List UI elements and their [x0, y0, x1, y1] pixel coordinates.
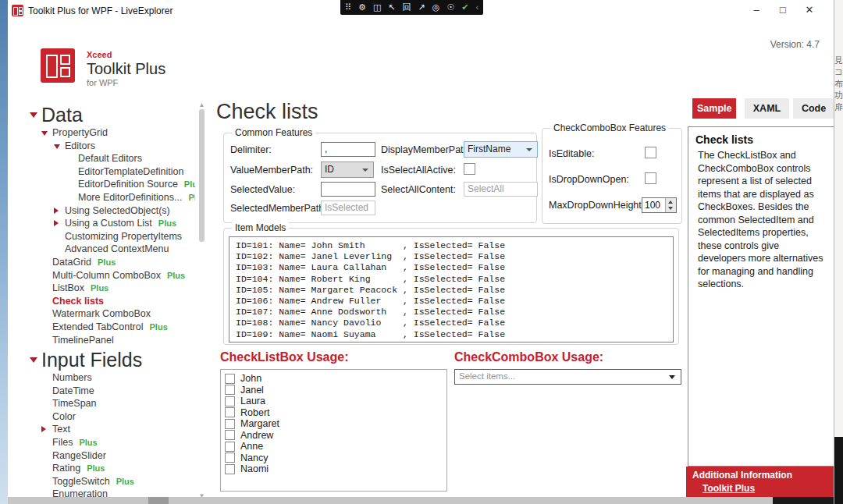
maximize-button[interactable]: □	[770, 0, 796, 20]
tree-item-datetime[interactable]: DateTime	[27, 385, 195, 398]
checklist-item-laura[interactable]: Laura	[225, 396, 446, 407]
region-capture-icon[interactable]: 回	[403, 0, 411, 15]
item-model-row[interactable]: ID=104: Name= Robert King , IsSelected= …	[229, 274, 673, 285]
expander-right-icon[interactable]	[54, 208, 59, 214]
tree-item-editordefinition-source[interactable]: EditorDefinition SourcePlus	[27, 178, 195, 191]
item-checkbox[interactable]	[225, 407, 235, 417]
tree-item-using-selectedobject-s[interactable]: Using SelectedObject(s)	[27, 204, 195, 218]
select-all-content-input[interactable]	[464, 182, 538, 197]
checklist-item-andrew[interactable]: Andrew	[225, 430, 446, 442]
checkcombobox[interactable]: Select items...	[454, 369, 681, 385]
section-expander-icon[interactable]	[30, 357, 37, 363]
film-icon[interactable]: ◎	[432, 0, 440, 15]
item-model-row[interactable]: ID=108: Name= Nancy Davolio , IsSelected…	[229, 318, 673, 328]
sidebar-scrollbar[interactable]: ▲ ▼	[198, 101, 205, 499]
checklist-item-robert[interactable]: Robert	[225, 407, 446, 419]
checklist-item-anne[interactable]: Anne	[225, 441, 446, 453]
is-select-all-active-checkbox[interactable]	[464, 163, 475, 175]
display-member-path-combo[interactable]: FirstName	[464, 141, 538, 158]
item-checkbox[interactable]	[225, 419, 235, 429]
tree-item-using-a-custom-list[interactable]: Using a Custom ListPlus	[27, 217, 195, 230]
max-drop-down-height-stepper[interactable]: 100	[642, 197, 677, 213]
item-model-row[interactable]: ID=105: Name= Margaret Peacock , IsSelec…	[229, 285, 673, 296]
sidebar-section-input-fields[interactable]: Input Fields	[27, 348, 195, 371]
tree-item-datagrid[interactable]: DataGridPlus	[27, 256, 195, 269]
minimize-button[interactable]: –	[743, 0, 770, 20]
item-model-row[interactable]: ID=103: Name= Laura Callahan , IsSelecte…	[229, 262, 673, 273]
value-member-path-combo[interactable]: ID	[321, 161, 374, 178]
tree-item-text[interactable]: Text	[27, 423, 195, 436]
is-drop-down-open-checkbox[interactable]	[645, 172, 656, 184]
item-models-listbox[interactable]: ID=101: Name= John Smith , IsSelected= F…	[229, 236, 674, 343]
tab-code[interactable]: Code	[793, 98, 834, 119]
sidebar-section-data[interactable]: Data	[27, 103, 195, 126]
tree-item-propertygrid[interactable]: PropertyGrid	[27, 126, 195, 140]
checklistbox[interactable]: JohnJanelLauraRobertMargaretAndrewAnneNa…	[220, 369, 447, 492]
item-checkbox[interactable]	[225, 396, 235, 406]
checklist-item-janel[interactable]: Janel	[225, 385, 446, 396]
tree-item-check-lists[interactable]: Check lists	[27, 295, 195, 308]
item-label: Naomi	[240, 463, 269, 474]
pointer-window-icon[interactable]: ↗	[418, 0, 425, 15]
tree-item-default-editors[interactable]: Default Editors	[27, 152, 195, 165]
tab-sample[interactable]: Sample	[692, 98, 736, 119]
item-checkbox[interactable]	[225, 464, 235, 474]
section-expander-icon[interactable]	[30, 112, 37, 118]
item-model-row[interactable]: ID=101: Name= John Smith , IsSelected= F…	[229, 240, 673, 251]
expander-right-icon[interactable]	[41, 426, 46, 432]
item-checkbox[interactable]	[225, 374, 235, 384]
tree-item-editors[interactable]: Editors	[27, 140, 195, 153]
tree-item-editortemplatedefinition[interactable]: EditorTemplateDefinition	[27, 165, 195, 179]
toolkit-plus-link[interactable]: Toolkit Plus	[702, 483, 755, 494]
tree-item-timelinepanel[interactable]: TimelinePanel	[27, 334, 195, 347]
expander-right-icon[interactable]	[54, 220, 59, 226]
tree-item-numbers[interactable]: Numbers	[27, 371, 195, 385]
tree-item-toggleswitch[interactable]: ToggleSwitchPlus	[27, 475, 195, 488]
checklist-item-naomi[interactable]: Naomi	[225, 463, 446, 475]
scrollbar-thumb[interactable]	[199, 109, 205, 242]
checklist-item-margaret[interactable]: Margaret	[225, 418, 446, 430]
checklist-item-john[interactable]: John	[225, 373, 446, 385]
tree-item-advanced-contextmenu[interactable]: Advanced ContextMenu	[27, 243, 195, 256]
decrement-icon[interactable]	[668, 207, 673, 210]
drag-handle-icon[interactable]: ⠿	[345, 0, 351, 15]
cursor-select-icon[interactable]: ↖	[388, 0, 395, 15]
item-model-row[interactable]: ID=107: Name= Anne Dodsworth , IsSelecte…	[229, 307, 673, 318]
success-check-icon[interactable]: ✔	[461, 0, 468, 15]
item-checkbox[interactable]	[225, 385, 235, 395]
close-button[interactable]: ✕	[796, 0, 823, 20]
item-model-row[interactable]: ID=106: Name= Andrew Fuller , IsSelected…	[229, 296, 673, 307]
tree-item-customizing-propertyitems[interactable]: Customizing PropertyItems	[27, 230, 195, 243]
expander-down-icon[interactable]	[54, 144, 60, 149]
tree-item-timespan[interactable]: TimeSpan	[27, 397, 195, 410]
expander-down-icon[interactable]	[41, 131, 48, 136]
checklist-item-nancy[interactable]: Nancy	[225, 453, 446, 464]
tree-item-watermark-combobox[interactable]: Watermark ComboBox	[27, 307, 195, 321]
camera-icon[interactable]: ◫	[373, 0, 381, 15]
scroll-up-icon[interactable]: ▲	[198, 101, 205, 108]
selected-member-path-input[interactable]	[321, 201, 375, 215]
increment-icon[interactable]	[668, 201, 673, 204]
selected-value-input[interactable]	[321, 182, 375, 197]
tree-item-multi-column-combobox[interactable]: Multi-Column ComboBoxPlus	[27, 269, 195, 282]
overlay-toolbar[interactable]: ⠿⚙◫↖回↗◎☉✔‹	[340, 0, 483, 15]
item-model-row[interactable]: ID=109: Name= Naomi Suyama , IsSelected=…	[229, 329, 673, 340]
is-editable-checkbox[interactable]	[645, 147, 656, 158]
tree-item-color[interactable]: Color	[27, 410, 195, 424]
tab-xaml[interactable]: XAML	[745, 98, 789, 119]
accessibility-icon[interactable]: ☉	[446, 0, 454, 15]
tree-item-rangeslider[interactable]: RangeSlider	[27, 449, 195, 463]
item-checkbox[interactable]	[225, 442, 235, 452]
item-checkbox[interactable]	[225, 453, 235, 463]
item-model-row[interactable]: ID=102: Name= Janel Leverling , IsSelect…	[229, 251, 673, 262]
item-checkbox[interactable]	[225, 430, 235, 440]
tree-item-extended-tabcontrol[interactable]: Extended TabControlPlus	[27, 321, 195, 334]
tree-item-listbox[interactable]: ListBoxPlus	[27, 282, 195, 295]
tree-item-files[interactable]: FilesPlus	[27, 436, 195, 449]
tree-item-more-editordefinitions[interactable]: More EditorDefinitions...Plus	[27, 191, 195, 204]
delimiter-input[interactable]	[321, 142, 375, 157]
tree-item-rating[interactable]: RatingPlus	[27, 462, 195, 475]
export-settings-icon[interactable]: ⚙	[358, 0, 366, 15]
collapse-chevron-icon[interactable]: ‹	[475, 0, 478, 15]
stepper-arrows[interactable]	[665, 198, 676, 212]
